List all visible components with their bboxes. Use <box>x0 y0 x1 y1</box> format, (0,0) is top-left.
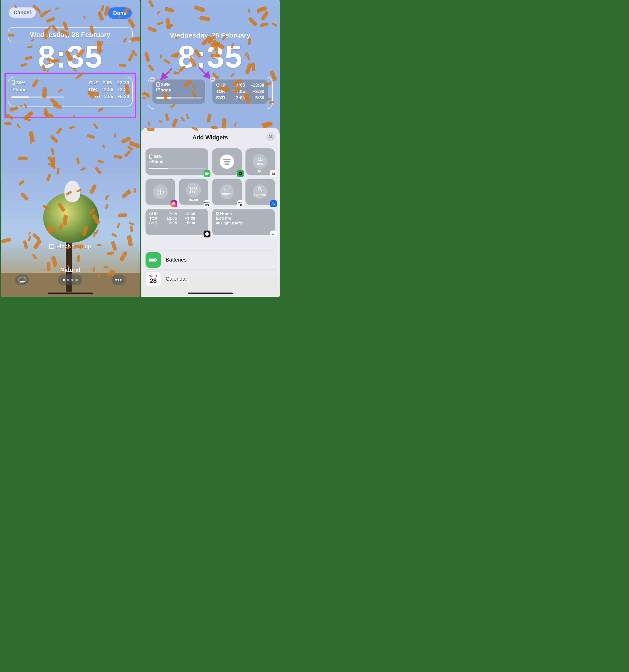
crop-icon <box>49 244 54 249</box>
car-icon <box>216 221 220 225</box>
truecaller-app-badge-icon <box>270 200 277 207</box>
photo-picker-button[interactable] <box>15 274 29 285</box>
date-label: Wednesday, 28 February <box>141 31 280 40</box>
svg-rect-16 <box>191 187 193 189</box>
gmail-m-icon: M <box>258 169 262 173</box>
app-row-label: Batteries <box>166 257 187 263</box>
svg-rect-22 <box>225 188 229 191</box>
suggestion-spotify-widget[interactable] <box>212 148 242 175</box>
filter-name: Natural <box>1 267 140 273</box>
remove-widget-button[interactable]: – <box>209 77 215 82</box>
svg-rect-31 <box>150 259 155 261</box>
suggestion-truecaller-widget[interactable]: Search <box>246 178 275 205</box>
svg-rect-9 <box>205 172 208 175</box>
lockscreen-editor-right: Wednesday, 28 February 8:35 – 34% iPhone… <box>141 0 280 297</box>
svg-line-25 <box>260 190 262 191</box>
svg-rect-5 <box>157 82 159 87</box>
clock-display[interactable]: 8:35 <box>1 39 140 75</box>
widget-zone-content: 34% CUP7:05-13:30 iPhone TOK12:05+3:30 S… <box>11 79 129 100</box>
svg-rect-8 <box>149 155 152 159</box>
svg-rect-20 <box>195 191 196 192</box>
clock-display[interactable]: 8:35 <box>141 39 280 75</box>
lockscreen-editor-left: Cancel Done Wednesday, 28 February 8:35 … <box>1 0 140 297</box>
add-plus-icon <box>153 185 168 199</box>
done-button[interactable]: Done <box>108 7 132 19</box>
app-row-batteries[interactable]: Batteries <box>145 250 275 269</box>
cancel-button[interactable]: Cancel <box>9 7 36 18</box>
svg-rect-10 <box>208 173 209 174</box>
paytm-app-badge-icon: PaytmUPI <box>204 200 210 207</box>
batteries-app-badge-icon <box>204 170 210 177</box>
pin-icon <box>216 212 219 216</box>
batteries-app-icon <box>145 252 161 268</box>
instagram-app-badge-icon <box>170 200 177 207</box>
svg-rect-0 <box>12 80 15 85</box>
app-row-calendar[interactable]: WED28 Calendar <box>145 269 275 288</box>
spotify-icon <box>220 154 234 169</box>
close-button[interactable] <box>266 133 275 141</box>
svg-rect-32 <box>156 259 157 261</box>
suggestion-gmail-widget[interactable]: 15new M M <box>246 148 275 175</box>
placed-worldclock-widget[interactable]: – CUP7:05-13:30 TOK12:05+3:30 SYD2:05+5:… <box>212 79 268 104</box>
svg-rect-21 <box>194 192 195 193</box>
search-icon <box>258 187 262 192</box>
page-dots[interactable] <box>58 274 82 285</box>
svg-rect-19 <box>194 191 195 192</box>
app-row-label: Calendar <box>166 276 187 282</box>
placed-battery-widget[interactable]: – 34% iPhone <box>153 79 206 104</box>
qr-icon <box>186 183 201 197</box>
bottom-toolbar: ••• <box>1 273 140 287</box>
suggestion-paytm-widget[interactable]: paytm PaytmUPI <box>179 178 209 205</box>
clock-app-badge-icon <box>204 231 210 237</box>
svg-rect-14 <box>172 202 175 205</box>
add-widgets-sheet: Add Widgets 34% iPhone 15new M M <box>141 128 280 297</box>
home-indicator <box>48 292 93 294</box>
suggestion-instagram-widget[interactable] <box>145 178 175 205</box>
svg-point-29 <box>217 213 218 214</box>
gmail-app-badge-icon: M <box>270 170 277 177</box>
calendar-app-icon: WED28 <box>145 271 161 287</box>
date-label: Wednesday, 28 February <box>30 31 111 39</box>
widget-suggestion-grid: 34% iPhone 15new M M paytm <box>145 148 275 205</box>
suggestion-battery-widget[interactable]: 34% iPhone <box>145 148 208 175</box>
close-icon <box>269 135 273 139</box>
svg-rect-18 <box>191 191 193 193</box>
home-indicator <box>188 292 233 294</box>
suggestion-worldclock-widget[interactable]: CUP7:05-13:30 TOK12:05+3:30 SYD2:05+5:30 <box>145 209 208 235</box>
svg-point-15 <box>173 203 174 205</box>
calendar-app-badge-icon: WED28 <box>237 200 244 207</box>
more-button[interactable]: ••• <box>112 274 125 285</box>
suggestion-calendar-widget[interactable]: None WED28 <box>212 178 242 205</box>
widget-app-list: Batteries WED28 Calendar <box>145 250 275 288</box>
calendar-icon <box>225 188 229 191</box>
pinch-to-crop-hint: Pinch to Crop <box>1 243 140 249</box>
sheet-title: Add Widgets <box>145 134 275 141</box>
suggestion-maps-widget[interactable]: Home 9:05 PM Light traffic <box>212 209 275 235</box>
remove-widget-button[interactable]: – <box>149 77 155 82</box>
spotify-app-badge-icon <box>237 170 244 177</box>
svg-rect-17 <box>194 187 196 189</box>
maps-app-badge-icon <box>270 231 277 237</box>
